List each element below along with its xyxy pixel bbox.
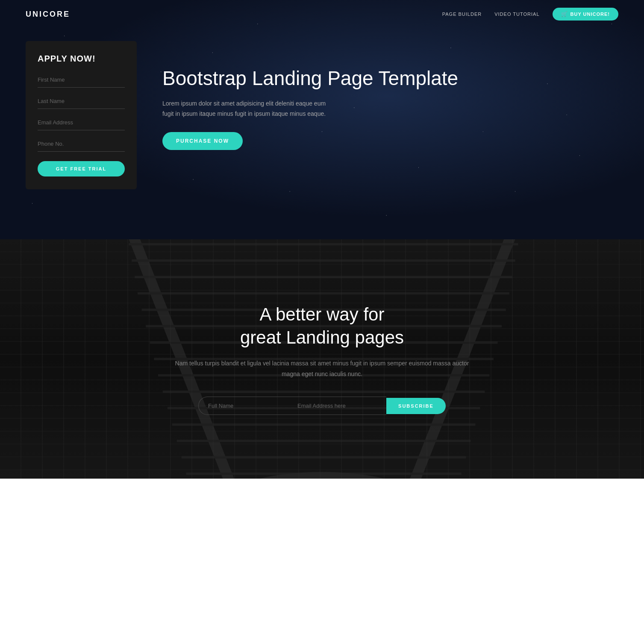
nav-video-tutorial[interactable]: VIDEO TUTORIAL [494,12,539,17]
last-name-input[interactable] [38,94,125,109]
email-input[interactable] [38,115,125,130]
brand-logo: UNICORE [26,10,70,19]
get-free-trial-button[interactable]: GET FREE TRIAL [38,161,125,176]
subscribe-button[interactable]: SUBSCRIBE [386,398,446,414]
apply-card: APPLY NOW! GET FREE TRIAL [26,41,137,189]
nav-links: PAGE BUILDER VIDEO TUTORIAL 🛒 BUY UNICOR… [442,8,618,21]
nav-buy-button[interactable]: 🛒 BUY UNICORE! [553,8,618,21]
section-dark-content: A better way for great Landing pages Nam… [173,303,472,415]
section-escalator: A better way for great Landing pages Nam… [0,239,644,479]
apply-title: APPLY NOW! [38,54,125,64]
nav-buy-label: BUY UNICORE! [570,12,610,17]
nav-page-builder[interactable]: PAGE BUILDER [442,12,482,17]
hero-description: Lorem ipsum dolor sit amet adipisicing e… [162,99,333,119]
section-description: Nam tellus turpis blandit et ligula vel … [173,358,472,379]
navbar: UNICORE PAGE BUILDER VIDEO TUTORIAL 🛒 BU… [0,0,644,28]
first-name-input[interactable] [38,72,125,88]
subscribe-email-input[interactable] [288,397,386,415]
subscribe-fullname-input[interactable] [198,397,288,415]
phone-input[interactable] [38,136,125,152]
purchase-now-button[interactable]: PURCHASE NOW [162,132,243,150]
svg-point-21 [217,476,427,479]
hero-section: UNICORE PAGE BUILDER VIDEO TUTORIAL 🛒 BU… [0,0,644,239]
cart-icon: 🛒 [561,11,568,17]
subscribe-row: SUBSCRIBE [173,397,472,415]
hero-heading: Bootstrap Landing Page Template [162,67,618,90]
hero-text: Bootstrap Landing Page Template Lorem ip… [162,41,618,150]
section-heading: A better way for great Landing pages [173,303,472,350]
hero-body: APPLY NOW! GET FREE TRIAL Bootstrap Land… [0,28,644,215]
